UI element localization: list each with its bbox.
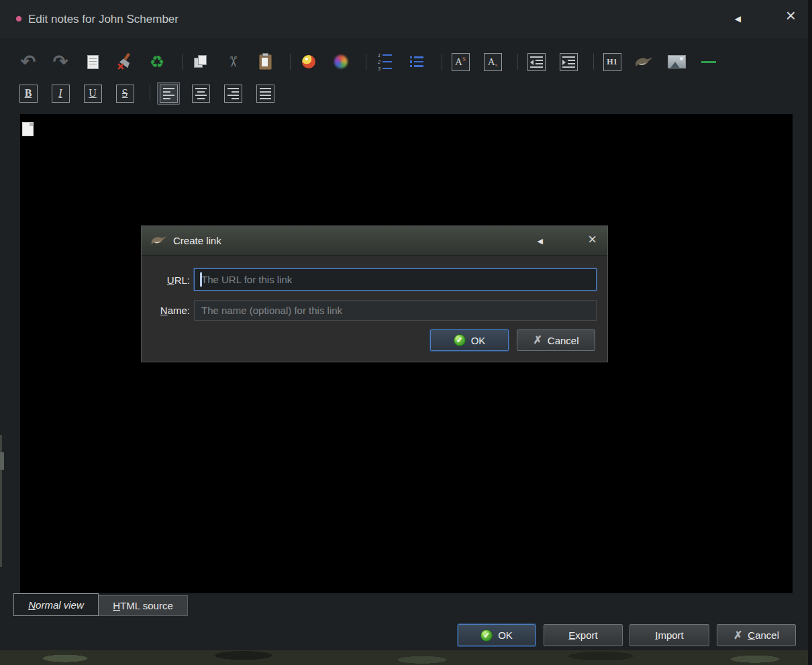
ordered-list-icon: 1 2 3 bbox=[377, 52, 392, 72]
desktop-background bbox=[0, 650, 812, 665]
screen-right-margin bbox=[808, 0, 812, 665]
underline-button[interactable]: U bbox=[81, 82, 104, 105]
redo-icon: ↷ bbox=[53, 53, 68, 71]
swallow-link-icon bbox=[151, 236, 167, 246]
redo-button[interactable]: ↷ bbox=[49, 50, 72, 73]
remove-formatting-button[interactable] bbox=[113, 50, 136, 73]
tab-html-source[interactable]: HTML source bbox=[98, 595, 188, 616]
clear-button[interactable]: ♻ bbox=[146, 50, 168, 73]
clipboard-icon bbox=[259, 54, 272, 70]
scissors-icon: ✂ bbox=[225, 56, 240, 68]
align-right-button[interactable] bbox=[221, 82, 244, 105]
document-icon bbox=[87, 55, 99, 69]
subscript-icon: As bbox=[484, 53, 502, 71]
cancel-cross-icon: ✗ bbox=[733, 630, 742, 641]
toolbar-separator bbox=[150, 85, 150, 101]
paste-button[interactable] bbox=[254, 50, 276, 73]
import-button[interactable]: Import bbox=[629, 624, 709, 646]
edit-notes-window: Edit notes for John Schember ◀ × ↶ ↷ ♻ ✂ bbox=[0, 0, 808, 650]
italic-button[interactable]: I bbox=[49, 82, 72, 105]
tab-normal-view-label: ormal view bbox=[36, 599, 84, 611]
url-input[interactable] bbox=[194, 268, 597, 291]
ok-button-label: OK bbox=[498, 629, 513, 641]
copy-button[interactable] bbox=[189, 50, 212, 73]
bold-button[interactable]: B bbox=[17, 82, 40, 105]
embedded-object-icon bbox=[22, 122, 34, 136]
foreground-color-button[interactable] bbox=[329, 50, 352, 73]
import-button-label: Import bbox=[655, 629, 684, 641]
window-close-icon[interactable]: × bbox=[786, 7, 796, 24]
indent-icon bbox=[560, 53, 578, 71]
insert-link-button[interactable] bbox=[633, 50, 656, 73]
insert-image-button[interactable] bbox=[665, 50, 688, 73]
dialog-back-icon[interactable]: ◀ bbox=[538, 237, 543, 246]
dialog-ok-check-icon: ✓ bbox=[454, 334, 466, 346]
horizontal-rule-icon bbox=[701, 61, 716, 63]
align-center-icon bbox=[192, 85, 210, 103]
editor-toolbar-row2: B I U S bbox=[0, 81, 286, 105]
superscript-icon: AS bbox=[452, 53, 470, 71]
cancel-button-label: Cancel bbox=[748, 629, 779, 641]
undo-button[interactable]: ↶ bbox=[17, 50, 40, 73]
tab-html-source-label: TML source bbox=[120, 600, 173, 611]
name-input[interactable] bbox=[194, 300, 597, 321]
h1-icon: H1 bbox=[603, 53, 621, 71]
outdent-button[interactable] bbox=[525, 50, 548, 73]
dialog-ok-button[interactable]: ✓ OK bbox=[430, 329, 509, 351]
ok-check-icon: ✓ bbox=[480, 629, 493, 642]
cancel-button[interactable]: ✗ Cancel bbox=[717, 624, 796, 646]
bold-icon: B bbox=[19, 85, 38, 103]
underline-icon: U bbox=[84, 85, 102, 103]
toolbar-separator bbox=[290, 54, 291, 70]
url-label: URL: bbox=[147, 274, 190, 286]
window-back-icon[interactable]: ◀ bbox=[735, 14, 741, 23]
name-input-wrap bbox=[194, 300, 597, 321]
text-caret bbox=[200, 272, 202, 287]
color-sphere-icon bbox=[302, 55, 315, 68]
strikethrough-button[interactable]: S bbox=[113, 82, 136, 105]
create-link-dialog: Create link ◀ × URL: Name: ✓ OK bbox=[141, 225, 608, 362]
background-color-button[interactable] bbox=[297, 50, 320, 73]
toolbar-separator bbox=[366, 54, 366, 70]
recycle-icon: ♻ bbox=[150, 54, 164, 70]
unordered-list-icon bbox=[410, 55, 424, 68]
heading-button[interactable]: H1 bbox=[601, 50, 623, 73]
dialog-close-icon[interactable]: × bbox=[588, 232, 597, 247]
toolbar-separator bbox=[593, 54, 594, 70]
export-button[interactable]: Export bbox=[544, 624, 623, 646]
select-all-button[interactable] bbox=[81, 50, 104, 73]
tab-normal-view[interactable]: Normal view bbox=[13, 593, 99, 616]
align-center-button[interactable] bbox=[189, 82, 212, 105]
toolbar-separator bbox=[442, 54, 442, 70]
align-right-icon bbox=[224, 85, 242, 103]
url-input-wrap bbox=[194, 268, 597, 291]
unordered-list-button[interactable] bbox=[405, 50, 428, 73]
cut-button[interactable]: ✂ bbox=[221, 50, 244, 73]
screen: Edit notes for John Schember ◀ × ↶ ↷ ♻ ✂ bbox=[0, 0, 812, 665]
dialog-title: Create link bbox=[173, 235, 221, 246]
create-link-titlebar: Create link ◀ × bbox=[142, 226, 607, 256]
broom-icon bbox=[116, 53, 134, 70]
align-justify-button[interactable] bbox=[254, 82, 276, 105]
dialog-cancel-button[interactable]: ✗ Cancel bbox=[517, 329, 595, 351]
window-titlebar: Edit notes for John Schember ◀ × bbox=[0, 0, 808, 38]
ok-button[interactable]: ✓ OK bbox=[458, 624, 536, 646]
dialog-cancel-label: Cancel bbox=[548, 335, 579, 346]
align-left-button[interactable] bbox=[157, 82, 180, 105]
outdent-icon bbox=[527, 53, 546, 71]
subscript-button[interactable]: As bbox=[481, 50, 504, 73]
indent-button[interactable] bbox=[557, 50, 580, 73]
superscript-button[interactable]: AS bbox=[449, 50, 472, 73]
screen-edge-artifact bbox=[0, 452, 4, 470]
window-title: Edit notes for John Schember bbox=[28, 13, 179, 26]
ordered-list-button[interactable]: 1 2 3 bbox=[373, 50, 396, 73]
swallow-link-icon bbox=[635, 56, 654, 68]
image-icon bbox=[668, 55, 686, 68]
editor-toolbar-row1: ↶ ↷ ♻ ✂ 1 2 3 bbox=[0, 50, 729, 74]
dialog-ok-label: OK bbox=[471, 335, 486, 346]
horizontal-rule-button[interactable] bbox=[697, 50, 720, 73]
toolbar-separator bbox=[182, 54, 183, 70]
align-left-icon bbox=[160, 85, 178, 103]
name-label: Name: bbox=[147, 305, 190, 316]
toolbar-separator bbox=[517, 54, 518, 70]
